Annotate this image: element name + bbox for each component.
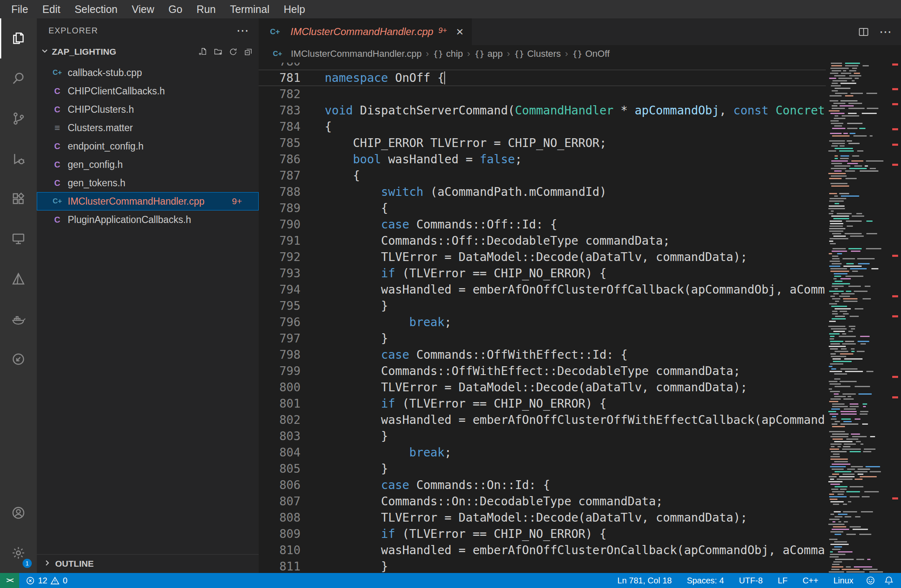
code-line[interactable]: 800 TLVError = DataModel::Decode(aDataTl… xyxy=(259,379,826,395)
file-item-endpoint_config.h[interactable]: Cendpoint_config.h xyxy=(37,137,259,155)
code-line[interactable]: 802 wasHandled = emberAfOnOffClusterOffW… xyxy=(259,412,826,428)
line-number[interactable]: 802 xyxy=(259,413,300,427)
code-line[interactable]: 797 } xyxy=(259,330,826,347)
line-number[interactable]: 804 xyxy=(259,446,300,459)
activity-cmake[interactable] xyxy=(0,259,37,299)
code-line[interactable]: 788 switch (aCommandPath.mCommandId) xyxy=(259,184,826,200)
file-item-chipclientcallbacks.h[interactable]: CCHIPClientCallbacks.h xyxy=(37,82,259,100)
code-line[interactable]: 795 } xyxy=(259,298,826,314)
line-number[interactable]: 808 xyxy=(259,511,300,525)
file-item-gen_config.h[interactable]: Cgen_config.h xyxy=(37,155,259,174)
code-line[interactable]: 786 bool wasHandled = false; xyxy=(259,151,826,167)
activity-accounts[interactable] xyxy=(0,493,37,533)
line-number[interactable]: 794 xyxy=(259,283,300,297)
overview-ruler[interactable] xyxy=(889,63,901,573)
activity-settings[interactable]: 1 xyxy=(0,533,37,573)
line-number[interactable]: 809 xyxy=(259,527,300,541)
line-number[interactable]: 791 xyxy=(259,234,300,248)
activity-source-control[interactable] xyxy=(0,99,37,139)
collapse-all-icon[interactable] xyxy=(244,47,253,56)
code-line[interactable]: 780 xyxy=(259,63,826,70)
code-line[interactable]: 783void DispatchServerCommand(CommandHan… xyxy=(259,102,826,119)
code-line[interactable]: 794 wasHandled = emberAfOnOffClusterOffC… xyxy=(259,281,826,298)
breadcrumb-item-clusters[interactable]: {}Clusters xyxy=(514,48,561,59)
status-c[interactable]: C++ xyxy=(802,576,818,585)
notifications-bell-icon[interactable] xyxy=(884,576,893,585)
line-number[interactable]: 805 xyxy=(259,462,300,476)
line-number[interactable]: 781 xyxy=(259,71,300,85)
status-spaces-4[interactable]: Spaces: 4 xyxy=(687,576,724,585)
menu-terminal[interactable]: Terminal xyxy=(223,3,276,15)
code-line[interactable]: 781namespace OnOff { xyxy=(259,70,826,86)
tab-imclustercommandhandler[interactable]: C+ IMClusterCommandHandler.cpp 9+ × xyxy=(259,18,472,45)
code-line[interactable]: 798 case Commands::OffWithEffect::Id: { xyxy=(259,347,826,363)
code-line[interactable]: 806 case Commands::On::Id: { xyxy=(259,477,826,493)
minimap[interactable] xyxy=(826,63,889,573)
line-number[interactable]: 784 xyxy=(259,120,300,134)
code-line[interactable]: 791 Commands::Off::DecodableType command… xyxy=(259,233,826,249)
code-line[interactable]: 790 case Commands::Off::Id: { xyxy=(259,216,826,233)
code-line[interactable]: 799 Commands::OffWithEffect::DecodableTy… xyxy=(259,363,826,379)
breadcrumb-item-onoff[interactable]: {}OnOff xyxy=(572,48,609,59)
line-number[interactable]: 788 xyxy=(259,185,300,199)
code-line[interactable]: 801 if (TLVError == CHIP_NO_ERROR) { xyxy=(259,395,826,412)
line-number[interactable]: 795 xyxy=(259,299,300,313)
line-number[interactable]: 786 xyxy=(259,152,300,166)
status-ln-781-col-18[interactable]: Ln 781, Col 18 xyxy=(617,576,672,585)
code-line[interactable]: 782 xyxy=(259,86,826,102)
activity-explorer[interactable] xyxy=(0,18,37,58)
breadcrumb-item-imclustercommandhandler.cpp[interactable]: C+IMClusterCommandHandler.cpp xyxy=(271,48,422,59)
line-number[interactable]: 801 xyxy=(259,397,300,411)
line-number[interactable]: 803 xyxy=(259,429,300,443)
status-lf[interactable]: LF xyxy=(778,576,787,585)
editor-ellipsis-icon[interactable]: ⋯ xyxy=(879,30,892,34)
activity-search[interactable] xyxy=(0,58,37,99)
code-line[interactable]: 787 { xyxy=(259,167,826,184)
line-number[interactable]: 799 xyxy=(259,364,300,378)
code-line[interactable]: 793 if (TLVError == CHIP_NO_ERROR) { xyxy=(259,265,826,281)
line-number[interactable]: 787 xyxy=(259,169,300,182)
line-number[interactable]: 796 xyxy=(259,315,300,329)
code-line[interactable]: 805 } xyxy=(259,461,826,477)
menu-view[interactable]: View xyxy=(125,3,161,15)
code-line[interactable]: 807 Commands::On::DecodableType commandD… xyxy=(259,493,826,509)
new-folder-icon[interactable] xyxy=(214,47,223,56)
menu-run[interactable]: Run xyxy=(189,3,223,15)
activity-remote-tunnels[interactable] xyxy=(0,339,37,379)
file-item-pluginapplicationcallbacks.h[interactable]: CPluginApplicationCallbacks.h xyxy=(37,210,259,229)
problems-status[interactable]: 12 0 xyxy=(19,576,74,585)
code-line[interactable]: 789 { xyxy=(259,200,826,216)
activity-run-debug[interactable] xyxy=(0,139,37,179)
refresh-icon[interactable] xyxy=(229,47,238,56)
file-item-chipclusters.h[interactable]: CCHIPClusters.h xyxy=(37,100,259,119)
line-number[interactable]: 797 xyxy=(259,332,300,345)
split-editor-icon[interactable] xyxy=(858,26,869,38)
status-utf-8[interactable]: UTF-8 xyxy=(739,576,763,585)
code-line[interactable]: 785 CHIP_ERROR TLVError = CHIP_NO_ERROR; xyxy=(259,135,826,151)
line-number[interactable]: 780 xyxy=(259,63,300,68)
code-line[interactable]: 811 } xyxy=(259,558,826,573)
folder-section-header[interactable]: ZAP_LIGHTING xyxy=(37,43,259,61)
line-number[interactable]: 810 xyxy=(259,543,300,557)
line-number[interactable]: 806 xyxy=(259,478,300,492)
line-number[interactable]: 790 xyxy=(259,218,300,231)
line-number[interactable]: 798 xyxy=(259,348,300,362)
status-linux[interactable]: Linux xyxy=(833,576,853,585)
code-line[interactable]: 792 TLVError = DataModel::Decode(aDataTl… xyxy=(259,249,826,265)
line-number[interactable]: 793 xyxy=(259,266,300,280)
views-ellipsis-icon[interactable]: ⋯ xyxy=(237,28,249,33)
feedback-icon[interactable] xyxy=(866,576,875,585)
file-item-callback-stub.cpp[interactable]: C+callback-stub.cpp xyxy=(37,63,259,82)
line-number[interactable]: 807 xyxy=(259,494,300,508)
code-line[interactable]: 809 if (TLVError == CHIP_NO_ERROR) { xyxy=(259,526,826,542)
menu-edit[interactable]: Edit xyxy=(35,3,67,15)
line-number[interactable]: 783 xyxy=(259,104,300,117)
line-number[interactable]: 782 xyxy=(259,87,300,101)
line-number[interactable]: 789 xyxy=(259,201,300,215)
file-item-imclustercommandhandler.cpp[interactable]: C+IMClusterCommandHandler.cpp9+ xyxy=(37,192,259,210)
close-icon[interactable]: × xyxy=(456,25,463,38)
code-area[interactable]: 780781namespace OnOff {782783void Dispat… xyxy=(259,63,901,573)
line-number[interactable]: 792 xyxy=(259,250,300,264)
file-item-clusters.matter[interactable]: ≡Clusters.matter xyxy=(37,119,259,137)
breadcrumb-item-app[interactable]: {}app xyxy=(474,48,503,59)
